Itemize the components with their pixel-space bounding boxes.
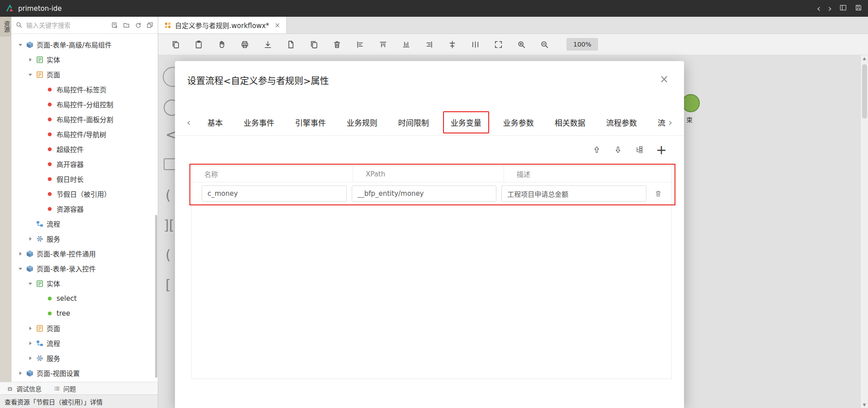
copy-icon[interactable]	[171, 40, 180, 49]
tree-item[interactable]: 服务	[11, 351, 158, 365]
tabs-scroll-left-icon[interactable]: ‹	[187, 118, 191, 128]
var-name-input[interactable]	[202, 185, 347, 202]
tree-item[interactable]: 布局控件-面板分割	[11, 112, 158, 127]
tree-item[interactable]: 页面	[11, 321, 158, 336]
entity-icon	[36, 56, 44, 64]
tree-item[interactable]: 实体	[11, 52, 158, 67]
chevron-right-icon[interactable]	[28, 236, 34, 242]
hand-pan-icon[interactable]	[217, 40, 226, 49]
package-icon	[26, 250, 34, 258]
save-icon[interactable]	[854, 4, 863, 14]
chevron-right-icon[interactable]	[28, 57, 34, 63]
chevron-right-icon[interactable]	[18, 370, 24, 376]
clipboard-icon[interactable]	[194, 40, 203, 49]
chevron-down-icon[interactable]	[28, 280, 34, 287]
zoom-in-icon[interactable]	[517, 40, 526, 49]
tree-item[interactable]: 页面-表单-控件通用	[11, 246, 158, 261]
align-right-icon[interactable]	[425, 40, 434, 49]
search-input[interactable]	[26, 22, 108, 29]
tree-item[interactable]: 资源容器	[11, 201, 158, 216]
align-top-icon[interactable]	[378, 40, 388, 49]
import-variables-icon[interactable]	[635, 145, 644, 154]
scroll-up-icon[interactable]: ▲	[863, 56, 866, 61]
dialog-tab[interactable]: 引擎事件	[285, 117, 336, 128]
fit-screen-icon[interactable]	[494, 40, 503, 49]
print-icon[interactable]	[240, 40, 250, 49]
chevron-down-icon[interactable]	[28, 71, 34, 78]
dialog-tab[interactable]: 业务变量	[443, 111, 489, 133]
panel-layout-icon[interactable]	[839, 4, 847, 14]
canvas-vertical-scrollbar[interactable]: ▲ ▼	[860, 55, 868, 408]
chevron-right-icon[interactable]	[28, 340, 34, 346]
chevron-down-icon[interactable]	[18, 42, 24, 48]
move-up-icon[interactable]	[592, 145, 601, 154]
tree-item[interactable]: tree	[11, 306, 158, 321]
tree-item-label: 页面-表单-高级/布局组件	[37, 40, 112, 49]
editor-tab-workflow[interactable]: 自定义参与者规则.workflowx* ×	[158, 17, 287, 33]
download-icon[interactable]	[263, 40, 273, 49]
tabs-scroll-right-icon[interactable]: ›	[668, 118, 672, 128]
tree-item[interactable]: 假日时长	[11, 171, 158, 186]
folder-icon[interactable]	[123, 21, 130, 29]
red-dot-icon	[46, 190, 54, 198]
variables-toolbar: +	[175, 136, 684, 164]
dialog-tab[interactable]: 流程参数	[596, 117, 647, 128]
nav-forward-icon[interactable]: ›	[828, 4, 832, 14]
tree-item[interactable]: 节假日（被引用）	[11, 186, 158, 201]
dialog-tab[interactable]: 业务规则	[336, 117, 388, 128]
chevron-right-icon[interactable]	[18, 251, 24, 257]
tree-item[interactable]: 超级控件	[11, 142, 158, 157]
var-xpath-input[interactable]	[352, 185, 497, 202]
arrow-spacer	[38, 206, 44, 212]
dialog-tab[interactable]: 流	[647, 117, 668, 128]
close-icon[interactable]: ×	[660, 74, 669, 85]
tree-item[interactable]: 高开容器	[11, 157, 158, 171]
problems-button[interactable]: 问题	[53, 384, 76, 393]
tree-item[interactable]: 布局控件-标签页	[11, 82, 158, 97]
red-dot-icon	[46, 85, 54, 94]
debug-info-label: 调试信息	[16, 384, 42, 393]
dialog-tab[interactable]: 相关数据	[544, 117, 596, 128]
refresh-icon[interactable]	[134, 21, 142, 29]
tree-item[interactable]: 流程	[11, 216, 158, 231]
chevron-down-icon[interactable]	[18, 266, 24, 272]
move-down-icon[interactable]	[613, 145, 623, 154]
tree-item[interactable]: 页面-表单-高级/布局组件	[11, 37, 158, 52]
distribute-icon[interactable]	[471, 40, 480, 49]
delete-icon[interactable]	[332, 40, 342, 49]
nav-back-icon[interactable]: ‹	[816, 4, 821, 14]
arrow-spacer	[38, 116, 44, 123]
debug-info-button[interactable]: 调试信息	[6, 384, 42, 393]
file-icon[interactable]	[286, 40, 296, 49]
tree-item[interactable]: 流程	[11, 336, 158, 351]
tree-item[interactable]: 实体	[11, 276, 158, 291]
tab-close-icon[interactable]: ×	[274, 21, 280, 29]
dialog-tab[interactable]: 业务参数	[493, 117, 544, 128]
dialog-tab[interactable]: 时间限制	[388, 117, 439, 128]
delete-row-icon[interactable]	[651, 190, 665, 198]
align-left-icon[interactable]	[355, 40, 365, 49]
scrollbar-thumb[interactable]	[862, 64, 867, 119]
add-variable-icon[interactable]: +	[656, 143, 667, 157]
chevron-right-icon[interactable]	[28, 355, 34, 361]
new-resource-icon[interactable]	[111, 21, 118, 29]
tree-item[interactable]: 页面	[11, 67, 158, 82]
duplicate-icon[interactable]	[309, 40, 319, 49]
dialog-tab[interactable]: 基本	[197, 117, 233, 128]
collapse-all-icon[interactable]	[146, 21, 154, 29]
align-center-icon[interactable]	[448, 40, 457, 49]
chevron-right-icon[interactable]	[28, 325, 34, 332]
scroll-down-icon[interactable]: ▼	[863, 403, 866, 407]
zoom-level-button[interactable]: 100%	[566, 38, 598, 51]
tree-item[interactable]: 页面-表单-录入控件	[11, 261, 158, 276]
rail-tab-resources[interactable]: 资源	[0, 17, 11, 37]
tree-item[interactable]: 布局控件-分组控制	[11, 97, 158, 112]
tree-item[interactable]: select	[11, 291, 158, 306]
tree-item[interactable]: 页面-视图设置	[11, 365, 158, 380]
zoom-out-icon[interactable]	[540, 40, 549, 49]
tree-item[interactable]: 服务	[11, 231, 158, 246]
align-bottom-icon[interactable]	[401, 40, 411, 49]
tree-item[interactable]: 布局控件/导航树	[11, 127, 158, 142]
dialog-tab[interactable]: 业务事件	[233, 117, 285, 128]
var-desc-input[interactable]	[501, 185, 646, 202]
